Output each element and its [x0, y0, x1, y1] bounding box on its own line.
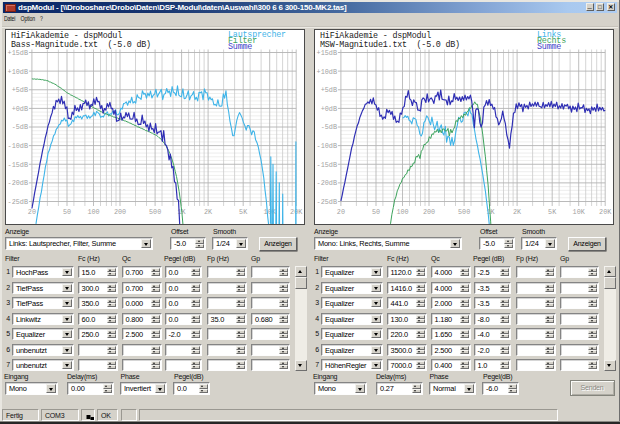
svg-text:100: 100	[396, 208, 408, 216]
svg-text:Bass-Magnitude.txt (-5.0 dB): Bass-Magnitude.txt (-5.0 dB)	[11, 40, 151, 50]
svg-text:10K: 10K	[573, 208, 586, 216]
svg-text:-10dB: -10dB	[8, 142, 28, 150]
svg-text:+10dB: +10dB	[317, 68, 337, 76]
svg-text:-15dB: -15dB	[317, 161, 337, 169]
svg-text:500: 500	[149, 208, 161, 216]
svg-text:20: 20	[28, 208, 36, 216]
svg-text:MSW-Magnitude1.txt (-5.0 dB): MSW-Magnitude1.txt (-5.0 dB)	[320, 40, 460, 50]
svg-text:5K: 5K	[548, 208, 557, 216]
svg-text:+5dB: +5dB	[12, 86, 28, 94]
svg-text:20K: 20K	[599, 208, 612, 216]
svg-text:+10dB: +10dB	[8, 68, 28, 76]
svg-text:20: 20	[337, 208, 345, 216]
svg-text:200: 200	[423, 208, 435, 216]
svg-text:+0dB: +0dB	[321, 105, 337, 113]
svg-text:-15dB: -15dB	[8, 161, 28, 169]
svg-text:20K: 20K	[290, 208, 303, 216]
svg-text:+0dB: +0dB	[12, 105, 28, 113]
svg-text:-5dB: -5dB	[12, 123, 28, 131]
svg-text:+15dB: +15dB	[8, 49, 28, 57]
svg-text:-10dB: -10dB	[317, 142, 337, 150]
svg-text:+5dB: +5dB	[321, 86, 337, 94]
svg-text:-5dB: -5dB	[321, 123, 337, 131]
svg-text:2K: 2K	[204, 208, 213, 216]
svg-text:Summe: Summe	[537, 42, 561, 52]
svg-text:-25dB: -25dB	[8, 198, 28, 206]
svg-text:-20dB: -20dB	[317, 179, 337, 187]
svg-text:+15dB: +15dB	[317, 49, 337, 57]
svg-text:-25dB: -25dB	[317, 198, 337, 206]
svg-text:50: 50	[63, 208, 71, 216]
svg-text:2K: 2K	[513, 208, 522, 216]
svg-text:5K: 5K	[239, 208, 248, 216]
svg-text:-20dB: -20dB	[8, 179, 28, 187]
svg-text:50: 50	[372, 208, 380, 216]
svg-text:100: 100	[87, 208, 99, 216]
svg-text:Summe: Summe	[228, 42, 252, 52]
svg-text:200: 200	[114, 208, 126, 216]
svg-text:500: 500	[458, 208, 470, 216]
